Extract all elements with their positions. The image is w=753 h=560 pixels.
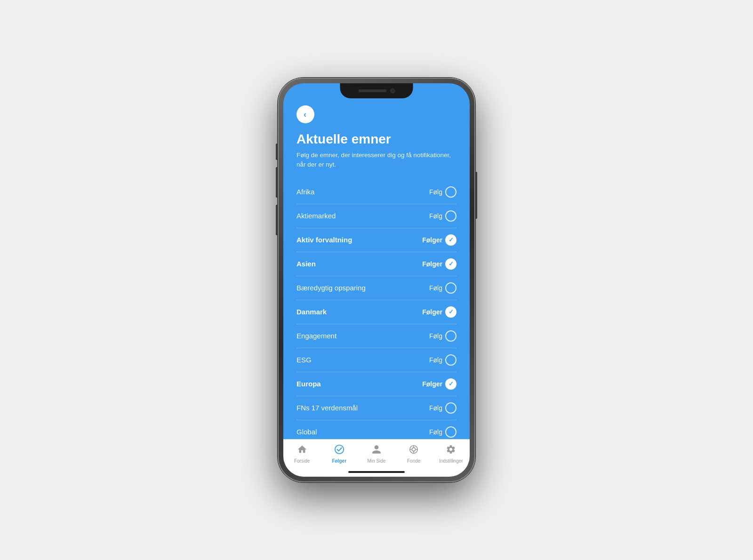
topic-name: Danmark (296, 308, 327, 316)
topic-item[interactable]: Aktiv forvaltningFølger✓ (296, 228, 457, 252)
topic-action-label: Følg (429, 212, 442, 220)
topic-item[interactable]: FNs 17 verdensmålFølg (296, 396, 457, 420)
tab-følger[interactable]: Følger (326, 444, 352, 464)
topics-list: AfrikaFølgAktiemarkedFølgAktiv forvaltni… (296, 180, 457, 440)
svg-point-2 (412, 448, 415, 451)
topic-action[interactable]: Følger✓ (422, 258, 457, 270)
topic-action-label: Følger (422, 236, 442, 244)
topic-name: Asien (296, 260, 316, 268)
topic-item[interactable]: AsienFølger✓ (296, 252, 457, 276)
camera (390, 88, 395, 93)
follow-check-icon: ✓ (445, 306, 457, 318)
checkmark-icon: ✓ (449, 308, 454, 315)
topic-name: Aktiv forvaltning (296, 236, 352, 244)
phone-frame: ‹ Aktuelle emner Følg de emner, der inte… (278, 78, 475, 482)
topic-action-label: Følg (429, 428, 442, 436)
svg-point-0 (335, 445, 344, 454)
checkmark-icon: ✓ (449, 260, 454, 267)
follow-circle-icon (445, 330, 457, 342)
follow-circle-icon (445, 210, 457, 222)
forside-icon (297, 444, 307, 456)
min-side-label: Min Side (368, 458, 386, 464)
power-button (475, 172, 477, 219)
notch (340, 83, 413, 98)
topic-action-label: Følg (429, 284, 442, 292)
fonde-icon (409, 444, 419, 456)
topic-name: Aktiemarked (296, 212, 336, 220)
phone-screen: ‹ Aktuelle emner Følg de emner, der inte… (283, 83, 470, 477)
tab-fonde[interactable]: Fonde (401, 444, 427, 464)
topic-action-label: Følg (429, 356, 442, 364)
topic-action[interactable]: Følg (429, 186, 457, 198)
phone-mockup: ‹ Aktuelle emner Følg de emner, der inte… (278, 78, 475, 482)
topic-action[interactable]: Følg (429, 210, 457, 222)
topic-action[interactable]: Følg (429, 282, 457, 294)
topic-item[interactable]: DanmarkFølger✓ (296, 300, 457, 324)
topic-name: Engagement (296, 332, 336, 340)
topic-action[interactable]: Følger✓ (422, 378, 457, 390)
speaker (358, 89, 386, 92)
tab-min-side[interactable]: Min Side (363, 444, 389, 464)
topic-item[interactable]: GlobalFølg (296, 420, 457, 440)
follow-circle-icon (445, 402, 457, 414)
checkmark-icon: ✓ (449, 236, 454, 243)
topic-item[interactable]: EngagementFølg (296, 324, 457, 348)
follow-check-icon: ✓ (445, 234, 457, 246)
topic-action-label: Følger (422, 380, 442, 388)
topic-item[interactable]: ESGFølg (296, 348, 457, 372)
follow-circle-icon (445, 354, 457, 366)
topic-name: Europa (296, 380, 321, 388)
forside-label: Forside (294, 458, 310, 464)
indstillinger-icon (446, 444, 456, 456)
topic-name: ESG (296, 356, 312, 364)
fonde-label: Fonde (407, 458, 420, 464)
follow-check-icon: ✓ (445, 258, 457, 270)
follow-check-icon: ✓ (445, 378, 457, 390)
topic-item[interactable]: Bæredygtig opsparingFølg (296, 276, 457, 300)
tab-indstillinger[interactable]: Indstillinger (438, 444, 464, 464)
topic-name: Bæredygtig opsparing (296, 284, 366, 292)
topic-action-label: Følger (422, 260, 442, 268)
topic-action[interactable]: Følg (429, 426, 457, 438)
scrollable-area: ‹ Aktuelle emner Følg de emner, der inte… (283, 100, 470, 439)
follow-circle-icon (445, 186, 457, 198)
checkmark-icon: ✓ (449, 380, 454, 387)
indstillinger-label: Indstillinger (439, 458, 463, 464)
topic-name: Afrika (296, 188, 314, 196)
topic-name: FNs 17 verdensmål (296, 404, 358, 412)
topic-name: Global (296, 428, 317, 436)
min-side-icon (371, 444, 382, 456)
follow-circle-icon (445, 426, 457, 438)
topic-item[interactable]: AktiemarkedFølg (296, 204, 457, 228)
page-title: Aktuelle emner (296, 132, 457, 147)
topic-action[interactable]: Følg (429, 330, 457, 342)
topic-action[interactable]: Følg (429, 354, 457, 366)
følger-icon (334, 444, 344, 456)
home-indicator (348, 471, 405, 473)
topic-action[interactable]: Følger✓ (422, 234, 457, 246)
topic-action-label: Følg (429, 188, 442, 196)
topic-action-label: Følger (422, 308, 442, 316)
følger-label: Følger (332, 458, 347, 464)
back-button[interactable]: ‹ (296, 105, 314, 123)
back-arrow-icon: ‹ (304, 110, 306, 119)
topic-item[interactable]: EuropaFølger✓ (296, 372, 457, 396)
topic-item[interactable]: AfrikaFølg (296, 180, 457, 204)
topic-action-label: Følg (429, 404, 442, 412)
topic-action[interactable]: Følger✓ (422, 306, 457, 318)
follow-circle-icon (445, 282, 457, 294)
tab-forside[interactable]: Forside (289, 444, 315, 464)
screen-content: ‹ Aktuelle emner Følg de emner, der inte… (283, 83, 470, 477)
topic-action[interactable]: Følg (429, 402, 457, 414)
page-subtitle: Følg de emner, der interesserer dig og f… (296, 151, 457, 170)
topic-action-label: Følg (429, 332, 442, 340)
